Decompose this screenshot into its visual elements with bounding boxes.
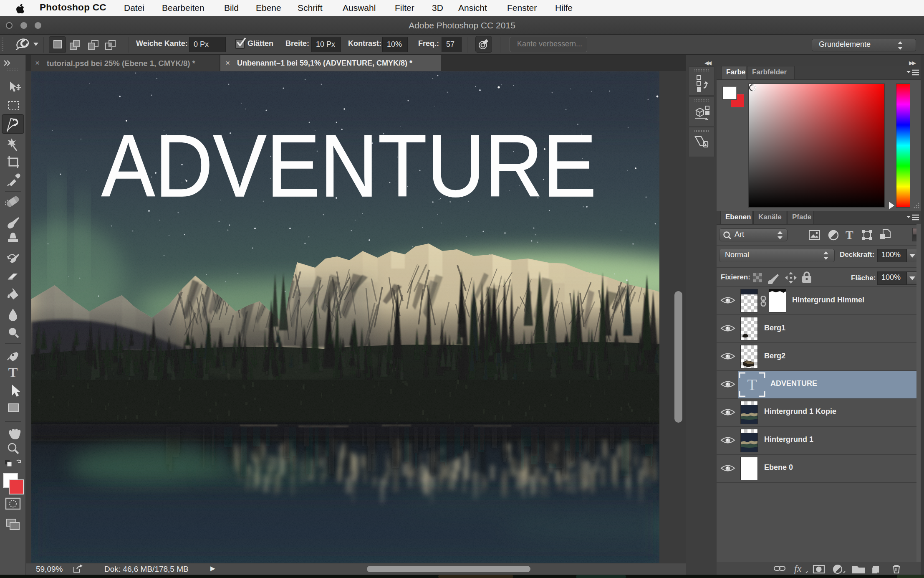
svg-text:T: T [747,376,757,393]
svg-text:fx: fx [794,564,802,574]
svg-text:T: T [8,365,18,380]
